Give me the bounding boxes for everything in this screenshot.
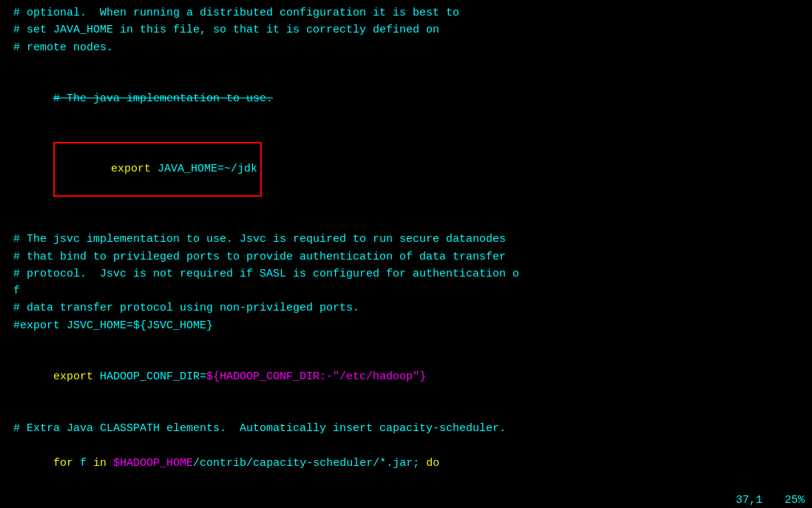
line-16 xyxy=(13,403,806,420)
line-5: # The java implementation to use. xyxy=(13,73,806,125)
line-15: export HADOOP_CONF_DIR=${HADOOP_CONF_DIR… xyxy=(13,351,806,403)
line-2: # set JAVA_HOME in this file, so that it… xyxy=(13,21,806,38)
status-left xyxy=(7,494,736,507)
line-17: # Extra Java CLASSPATH elements. Automat… xyxy=(13,420,806,437)
line-13: #export JSVC_HOME=${JSVC_HOME} xyxy=(13,317,806,334)
code-area: # optional. When running a distributed c… xyxy=(0,3,812,508)
line-12: # data transfer protocol using non-privi… xyxy=(13,299,806,316)
line-3: # remote nodes. xyxy=(13,39,806,56)
line-7 xyxy=(13,214,806,231)
line-11: f xyxy=(13,282,806,299)
status-bar: 37,1 25% xyxy=(0,492,812,508)
line-8: # The jsvc implementation to use. Jsvc i… xyxy=(13,231,806,248)
line-9: # that bind to privileged ports to provi… xyxy=(13,248,806,265)
line-10: # protocol. Jsvc is not required if SASL… xyxy=(13,265,806,282)
line-1: # optional. When running a distributed c… xyxy=(13,4,806,21)
line-4 xyxy=(13,56,806,73)
line-14 xyxy=(13,334,806,351)
status-right: 37,1 25% xyxy=(736,494,805,507)
line-6: export JAVA_HOME=~/jdk xyxy=(13,125,806,214)
editor-container: # optional. When running a distributed c… xyxy=(0,0,812,508)
cursor-position: 37,1 xyxy=(736,494,762,507)
scroll-percent: 25% xyxy=(785,494,805,507)
line-18: for f in $HADOOP_HOME/contrib/capacity-s… xyxy=(13,437,806,489)
